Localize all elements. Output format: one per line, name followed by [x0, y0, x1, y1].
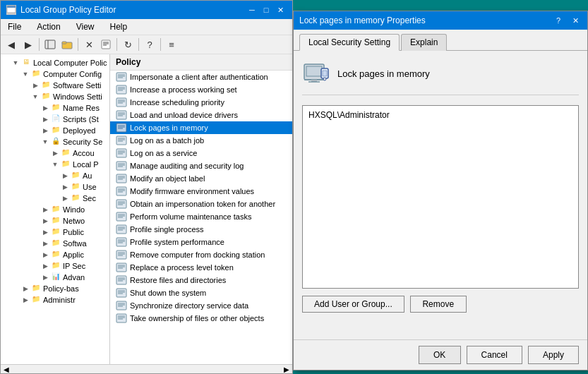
list-item[interactable]: Log on as a service [110, 147, 292, 159]
tree-software2[interactable]: ▶ 📁 Softwa [1, 238, 109, 249]
scroll-left-button[interactable]: ◀ [2, 365, 11, 373]
expander[interactable]: ▶ [40, 274, 50, 281]
tree-software-settings[interactable]: ▶ 📁 Software Setti [1, 80, 109, 91]
show-tree-button[interactable] [42, 37, 58, 52]
tree-name-res[interactable]: ▶ 📁 Name Res [1, 102, 109, 114]
list-item[interactable]: Modify firmware environment values [110, 185, 292, 198]
tree-application[interactable]: ▶ 📁 Applic [1, 249, 109, 260]
list-item[interactable]: Log on as a batch job [110, 134, 292, 147]
list-item[interactable]: Load and unload device drivers [110, 109, 292, 121]
folder-icon: 📁 [30, 284, 42, 294]
svg-rect-74 [116, 276, 126, 284]
list-item[interactable]: Profile single process [110, 223, 292, 236]
new-folder-button[interactable] [59, 37, 75, 52]
ok-button[interactable]: OK [419, 346, 461, 364]
expander[interactable]: ▼ [50, 161, 60, 168]
list-item[interactable]: Remove computer from docking station [110, 248, 292, 261]
tree-policy-bas[interactable]: ▶ 📁 Policy-bas [1, 283, 109, 294]
expander[interactable]: ▶ [40, 104, 50, 111]
tree-user-rights[interactable]: ▶ 📁 Use [1, 181, 109, 193]
tree-scripts[interactable]: ▶ 📄 Scripts (St [1, 114, 109, 125]
list-item[interactable]: Perform volume maintenance tasks [110, 210, 292, 223]
menu-view[interactable]: View [72, 20, 99, 33]
list-item[interactable]: Take ownership of files or other objects [110, 312, 292, 325]
back-button[interactable]: ◀ [4, 37, 19, 52]
expander[interactable]: ▶ [40, 251, 50, 258]
delete-button[interactable]: ✕ [81, 37, 97, 52]
expander[interactable]: ▶ [40, 229, 50, 236]
expander[interactable]: ▼ [11, 59, 20, 66]
expander[interactable]: ▼ [20, 71, 30, 78]
user-list-box[interactable]: HXSQL\Administrator [302, 105, 579, 289]
expander[interactable]: ▶ [40, 206, 50, 213]
menu-action[interactable]: Action [32, 20, 64, 33]
list-item[interactable]: Increase scheduling priority [110, 96, 292, 109]
remove-button[interactable]: Remove [410, 296, 467, 313]
expander[interactable]: ▶ [20, 296, 30, 303]
tree-administr[interactable]: ▶ 📁 Administr [1, 294, 109, 306]
list-item[interactable]: Manage auditing and security log [110, 159, 292, 172]
properties-button[interactable] [98, 37, 114, 52]
add-user-button[interactable]: Add User or Group... [302, 296, 404, 313]
tree-windows2[interactable]: ▶ 📁 Windo [1, 204, 109, 215]
policy-icon [116, 199, 127, 209]
tree-windows-settings[interactable]: ▼ 📁 Windows Setti [1, 91, 109, 102]
refresh-button[interactable]: ↻ [120, 37, 136, 52]
expander[interactable]: ▶ [20, 285, 30, 292]
expander[interactable]: ▶ [40, 217, 50, 224]
tree-ip-sec[interactable]: ▶ 📁 IP Sec [1, 260, 109, 272]
tree-deployed[interactable]: ▶ 📁 Deployed [1, 125, 109, 136]
list-item-selected[interactable]: Lock pages in memory [110, 121, 292, 134]
help-button[interactable]: ? [142, 37, 157, 52]
expander[interactable]: ▼ [30, 93, 40, 100]
tree-computer-config[interactable]: ▼ 📁 Computer Config [1, 68, 109, 80]
cancel-button[interactable]: Cancel [467, 346, 522, 364]
scroll-right-button[interactable]: ▶ [282, 365, 291, 373]
expander[interactable]: ▶ [40, 116, 50, 123]
tab-explain[interactable]: Explain [401, 34, 447, 51]
tree-local-p[interactable]: ▼ 📁 Local P [1, 159, 109, 170]
tree-label: Security Se [63, 138, 102, 146]
list-item[interactable]: Restore files and directories [110, 274, 292, 286]
tree-advan[interactable]: ▶ 📊 Advan [1, 272, 109, 283]
expander[interactable]: ▶ [50, 150, 60, 157]
list-item[interactable]: Profile system performance [110, 236, 292, 248]
minimize-button[interactable]: ─ [246, 4, 258, 16]
tree-public-key[interactable]: ▶ 📁 Public [1, 227, 109, 238]
tab-local-security[interactable]: Local Security Setting [299, 34, 400, 51]
tree-root[interactable]: ▼ 🖥 Local Computer Polic [1, 57, 109, 68]
dialog-help-button[interactable]: ? [552, 14, 565, 27]
list-item[interactable]: Obtain an impersonation token for anothe… [110, 198, 292, 210]
expander[interactable]: ▼ [40, 138, 50, 145]
expander[interactable]: ▶ [60, 172, 70, 179]
list-item[interactable]: Shut down the system [110, 286, 292, 299]
list-item[interactable]: Impersonate a client after authenticatio… [110, 71, 292, 83]
list-item[interactable]: Modify an object label [110, 172, 292, 185]
tree-account[interactable]: ▶ 📁 Accou [1, 147, 109, 159]
list-item[interactable]: Increase a process working set [110, 83, 292, 96]
view-button[interactable]: ≡ [164, 37, 179, 52]
close-main-button[interactable]: ✕ [274, 4, 287, 16]
tree-network[interactable]: ▶ 📁 Netwo [1, 215, 109, 227]
expander[interactable]: ▶ [40, 127, 50, 134]
folder-icon: 📁 [50, 239, 61, 248]
menu-help[interactable]: Help [106, 20, 132, 33]
tree-audit[interactable]: ▶ 📁 Au [1, 170, 109, 181]
list-panel[interactable]: Policy Impersonate a client after authen… [110, 54, 292, 364]
list-item[interactable]: Synchronize directory service data [110, 299, 292, 312]
maximize-button[interactable]: □ [260, 4, 272, 16]
menu-file[interactable]: File [4, 20, 25, 33]
tree-security-opt[interactable]: ▶ 📁 Sec [1, 193, 109, 204]
policy-icon [116, 224, 127, 234]
expander[interactable]: ▶ [40, 240, 50, 247]
forward-button[interactable]: ▶ [20, 37, 36, 52]
expander[interactable]: ▶ [40, 263, 50, 270]
expander[interactable]: ▶ [60, 183, 70, 191]
expander[interactable]: ▶ [60, 195, 70, 202]
list-item[interactable]: Replace a process level token [110, 261, 292, 274]
expander[interactable]: ▶ [30, 82, 40, 89]
tree-panel[interactable]: ▼ 🖥 Local Computer Polic ▼ 📁 Computer Co… [1, 54, 110, 364]
dialog-close-button[interactable]: ✕ [569, 14, 582, 27]
apply-button[interactable]: Apply [528, 346, 579, 364]
tree-security-se[interactable]: ▼ 🔒 Security Se [1, 136, 109, 147]
